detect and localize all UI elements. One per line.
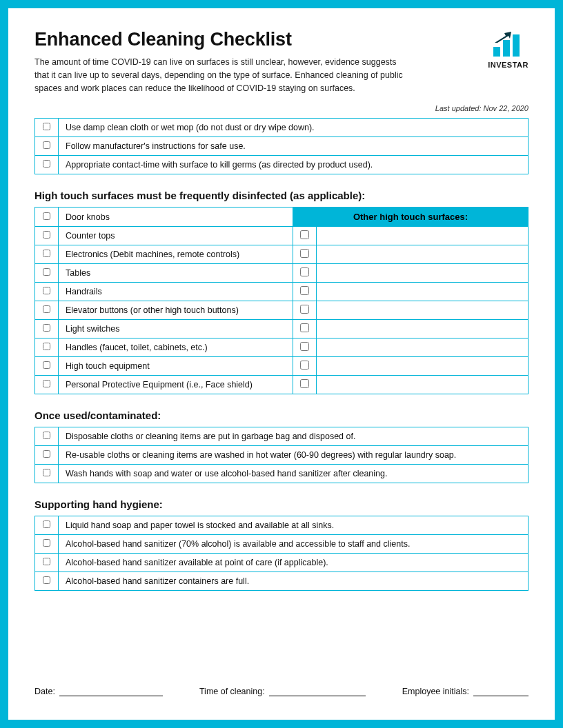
checkbox[interactable] [43,305,50,313]
checkbox[interactable] [43,212,50,220]
page-title: Enhanced Cleaning Checklist [34,29,529,50]
checkbox[interactable] [300,323,309,332]
checklist-item-text: Counter tops [59,227,293,245]
svg-rect-0 [493,47,500,57]
checkbox[interactable] [300,249,309,258]
blank-cell [317,283,529,301]
initials-input-line[interactable] [473,688,529,696]
table-row: Electronics (Debit machines, remote cont… [35,245,529,264]
blank-cell [317,376,529,394]
checklist-item-text: Door knobs [59,208,293,227]
checkbox[interactable] [43,361,50,369]
checkbox[interactable] [300,361,309,370]
brand-block: INVESTAR [488,30,529,69]
table-row: Wash hands with soap and water or use al… [35,465,529,483]
table-row: Tables [35,264,529,283]
checklist-item-text: Electronics (Debit machines, remote cont… [59,245,293,264]
checkbox[interactable] [43,576,50,584]
hand-hygiene-table: Liquid hand soap and paper towel is stoc… [34,516,529,591]
date-label: Date: [34,687,55,696]
checklist-item-text: Disposable cloths or cleaning items are … [59,427,529,446]
table-row: Door knobs Other high touch surfaces: [35,208,529,227]
date-input-line[interactable] [59,688,163,696]
checklist-item-text: Handrails [59,283,293,301]
other-surfaces-header: Other high touch surfaces: [293,208,529,227]
table-row: Use damp clean cloth or wet mop (do not … [35,119,529,137]
checklist-item-text: Elevator buttons (or other high touch bu… [59,301,293,320]
checkbox[interactable] [43,123,50,130]
checklist-item-text: Handles (faucet, toilet, cabinets, etc.) [59,338,293,357]
checklist-item-text: Follow manufacturer's instructions for s… [59,137,529,156]
page: Enhanced Cleaning Checklist The amount o… [0,0,563,728]
checklist-item-text: Light switches [59,320,293,338]
initials-label: Employee initials: [402,687,469,696]
checkbox[interactable] [43,231,50,239]
intro-text: The amount of time COVID-19 can live on … [34,56,407,94]
table-row: Light switches [35,320,529,338]
section-title-hand-hygiene: Supporting hand hygiene: [34,498,529,510]
checkbox[interactable] [300,286,309,295]
checkbox[interactable] [43,450,50,458]
checkbox[interactable] [300,342,309,351]
date-field: Date: [34,687,163,696]
blank-cell [317,245,529,264]
checkbox[interactable] [43,558,50,565]
table-row: Liquid hand soap and paper towel is stoc… [35,516,529,535]
checkbox[interactable] [43,469,50,476]
checklist-item-text: Re-usable cloths or cleaning items are w… [59,446,529,465]
general-checklist-table: Use damp clean cloth or wet mop (do not … [34,118,529,174]
blank-cell [317,320,529,338]
blank-cell [317,301,529,320]
checkbox[interactable] [43,287,50,294]
checkbox[interactable] [43,380,50,387]
checkbox[interactable] [43,268,50,276]
table-row: Alcohol-based hand sanitizer (70% alcoho… [35,535,529,554]
checkbox[interactable] [300,267,309,276]
table-row: Personal Protective Equipment (i.e., Fac… [35,376,529,394]
table-row: Handrails [35,283,529,301]
table-row: Disposable cloths or cleaning items are … [35,427,529,446]
checkbox[interactable] [43,520,50,528]
initials-field: Employee initials: [402,687,529,696]
checkbox[interactable] [43,160,50,168]
header: Enhanced Cleaning Checklist The amount o… [34,29,529,94]
table-row: Re-usable cloths or cleaning items are w… [35,446,529,465]
checklist-item-text: Liquid hand soap and paper towel is stoc… [59,516,529,535]
checkbox[interactable] [43,324,50,332]
blank-cell [317,264,529,283]
checkbox[interactable] [43,539,50,547]
table-row: Handles (faucet, toilet, cabinets, etc.) [35,338,529,357]
blank-cell [317,338,529,357]
checklist-item-text: Alcohol-based hand sanitizer available a… [59,554,529,572]
table-row: Follow manufacturer's instructions for s… [35,137,529,156]
brand-name: INVESTAR [488,61,529,69]
checkbox[interactable] [43,250,50,257]
section-title-high-touch: High touch surfaces must be frequently d… [34,190,529,201]
once-used-table: Disposable cloths or cleaning items are … [34,427,529,483]
time-field: Time of cleaning: [199,687,366,696]
checklist-item-text: Appropriate contact-time with surface to… [59,156,529,174]
checklist-item-text: Alcohol-based hand sanitizer (70% alcoho… [59,535,529,554]
table-row: Alcohol-based hand sanitizer containers … [35,572,529,591]
checklist-item-text: Tables [59,264,293,283]
checkbox[interactable] [300,379,309,388]
table-row: Appropriate contact-time with surface to… [35,156,529,174]
checkbox[interactable] [43,141,50,149]
time-input-line[interactable] [269,688,366,696]
footer: Date: Time of cleaning: Employee initial… [34,687,529,696]
checkbox[interactable] [300,230,309,239]
svg-rect-1 [503,40,510,57]
checklist-item-text: Wash hands with soap and water or use al… [59,465,529,483]
checkbox[interactable] [300,305,309,314]
checkbox[interactable] [43,432,50,439]
table-row: Counter tops [35,227,529,245]
checkbox[interactable] [43,343,50,350]
table-row: Alcohol-based hand sanitizer available a… [35,554,529,572]
checklist-item-text: Use damp clean cloth or wet mop (do not … [59,119,529,137]
time-label: Time of cleaning: [199,687,265,696]
table-row: High touch equipment [35,357,529,376]
table-row: Elevator buttons (or other high touch bu… [35,301,529,320]
svg-rect-2 [513,34,520,57]
blank-cell [317,227,529,245]
last-updated: Last updated: Nov 22, 2020 [34,104,529,112]
